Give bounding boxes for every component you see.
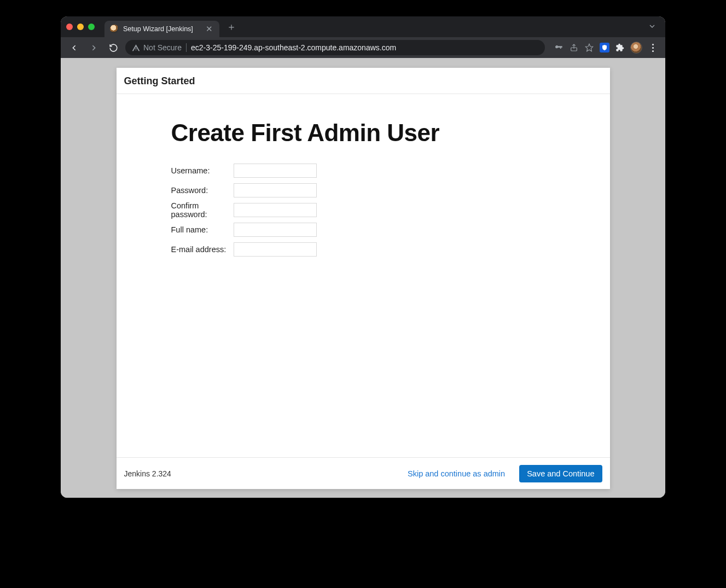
reload-button[interactable] (106, 40, 121, 55)
tab-strip: Setup Wizard [Jenkins] ✕ ＋ (61, 16, 665, 37)
username-input[interactable] (234, 164, 317, 178)
main-heading: Create First Admin User (171, 119, 610, 147)
form-row-confirm-password: Confirm password: (171, 200, 610, 220)
jenkins-favicon-icon (110, 25, 119, 33)
extensions-puzzle-icon[interactable] (615, 43, 625, 53)
page-header-title: Getting Started (124, 75, 602, 87)
browser-menu-button[interactable] (648, 44, 658, 52)
form-row-email: E-mail address: (171, 240, 610, 259)
skip-and-continue-link[interactable]: Skip and continue as admin (404, 466, 508, 481)
page-body: Create First Admin User Username: Passwo… (117, 94, 610, 457)
browser-toolbar: Not Secure ec2-3-25-199-249.ap-southeast… (61, 37, 665, 58)
browser-window: Setup Wizard [Jenkins] ✕ ＋ Not Secure ec… (61, 16, 665, 498)
viewport: Getting Started Create First Admin User … (61, 58, 665, 498)
security-label: Not Secure (143, 43, 182, 52)
omnibox-divider (186, 43, 187, 52)
tab-close-button[interactable]: ✕ (205, 24, 214, 34)
form-row-password: Password: (171, 181, 610, 200)
profile-avatar[interactable] (630, 42, 642, 54)
new-tab-button[interactable]: ＋ (224, 19, 239, 34)
url-text: ec2-3-25-199-249.ap-southeast-2.compute.… (191, 43, 538, 52)
save-and-continue-button[interactable]: Save and Continue (519, 465, 602, 482)
address-bar[interactable]: Not Secure ec2-3-25-199-249.ap-southeast… (125, 40, 545, 55)
confirm-password-label: Confirm password: (171, 201, 234, 219)
svg-marker-1 (585, 44, 593, 51)
password-input[interactable] (234, 183, 317, 197)
share-icon[interactable] (569, 43, 579, 53)
email-input[interactable] (234, 242, 317, 257)
setup-wizard-page: Getting Started Create First Admin User … (117, 68, 610, 489)
jenkins-version: Jenkins 2.324 (124, 469, 171, 478)
window-minimize-button[interactable] (77, 24, 84, 30)
form-row-username: Username: (171, 161, 610, 181)
confirm-password-input[interactable] (234, 203, 317, 217)
star-icon[interactable] (584, 43, 594, 53)
page-header: Getting Started (117, 68, 610, 94)
full-name-input[interactable] (234, 223, 317, 237)
form-row-full-name: Full name: (171, 220, 610, 240)
warning-icon (132, 44, 140, 52)
window-controls (66, 24, 95, 30)
username-label: Username: (171, 166, 234, 175)
page-footer: Jenkins 2.324 Skip and continue as admin… (117, 457, 610, 489)
bitwarden-extension-icon[interactable] (600, 43, 609, 53)
browser-tab[interactable]: Setup Wizard [Jenkins] ✕ (104, 21, 219, 37)
tab-title: Setup Wizard [Jenkins] (123, 25, 200, 33)
extension-icons (549, 42, 660, 54)
window-maximize-button[interactable] (88, 24, 95, 30)
chevron-down-icon[interactable] (644, 22, 660, 32)
password-label: Password: (171, 186, 234, 195)
full-name-label: Full name: (171, 225, 234, 234)
back-button[interactable] (66, 40, 82, 55)
forward-button[interactable] (86, 40, 101, 55)
security-indicator[interactable]: Not Secure (132, 43, 182, 52)
window-close-button[interactable] (66, 24, 73, 30)
key-icon[interactable] (554, 43, 564, 53)
email-label: E-mail address: (171, 245, 234, 254)
